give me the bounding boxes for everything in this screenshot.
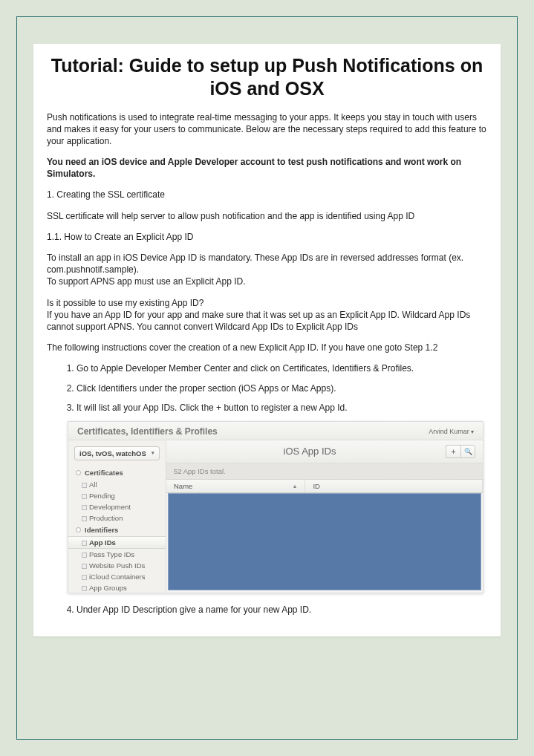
ss-main: iOS App IDs + 🔍 52 App IDs total. Name ▲…	[166, 440, 483, 592]
intro-paragraph: Push notifications is used to integrate …	[47, 111, 487, 148]
platform-dropdown[interactable]: iOS, tvOS, watchOS ▾	[74, 446, 160, 460]
ss-header: Certificates, Identifiers & Profiles Arv…	[68, 422, 483, 440]
sidebar-item-pending[interactable]: Pending	[68, 490, 166, 501]
page-frame: Tutorial: Guide to setup up Push Notific…	[16, 16, 518, 740]
sidebar-item-all[interactable]: All	[68, 479, 166, 490]
existing-appid-paragraph: Is it possible to use my existing App ID…	[47, 297, 487, 333]
app-id-count: 52 App IDs total.	[166, 463, 483, 480]
platform-dropdown-label: iOS, tvOS, watchOS	[79, 449, 146, 457]
step-4: Under App ID Description give a name for…	[76, 604, 487, 616]
column-id[interactable]: ID	[305, 480, 483, 492]
step-2: Click Identifiers under the proper secti…	[76, 382, 487, 394]
step-1: Go to Apple Developer Member Center and …	[76, 362, 487, 374]
sidebar-item-production[interactable]: Production	[68, 512, 166, 524]
table-header: Name ▲ ID	[166, 480, 483, 493]
section-1-1-heading: 1.1. How to Create an Explicit App ID	[47, 231, 487, 243]
ss-main-title: iOS App IDs	[174, 446, 446, 457]
sidebar-item-pass-type-ids[interactable]: Pass Type IDs	[68, 549, 166, 560]
sidebar-item-app-ids[interactable]: App IDs	[68, 536, 166, 549]
section-1-desc: SSL certificate will help server to allo…	[47, 210, 487, 222]
steps-list-continued: Under App ID Description give a name for…	[47, 604, 487, 616]
chevron-down-icon: ▾	[152, 450, 154, 456]
sidebar-item-icloud-containers[interactable]: iCloud Containers	[68, 571, 166, 582]
identifiers-label: Identifiers	[85, 526, 118, 534]
step-3: It will list all your App IDs. Click the…	[76, 402, 487, 414]
search-icon: 🔍	[464, 448, 472, 455]
plus-icon: +	[451, 447, 455, 456]
ss-header-title: Certificates, Identifiers & Profiles	[77, 426, 218, 437]
column-name[interactable]: Name ▲	[166, 480, 305, 492]
sidebar-section-certificates[interactable]: Certificates	[68, 466, 166, 479]
requirement-note: You need an iOS device and Apple Develop…	[47, 156, 487, 180]
ss-main-header: iOS App IDs + 🔍	[166, 440, 483, 463]
sidebar-section-identifiers[interactable]: Identifiers	[68, 524, 166, 536]
ss-sidebar: iOS, tvOS, watchOS ▾ Certificates All Pe…	[68, 440, 166, 592]
install-paragraph: To install an app in iOS Device App ID i…	[47, 252, 487, 288]
sidebar-item-development[interactable]: Development	[68, 501, 166, 512]
column-name-label: Name	[174, 482, 192, 490]
disc-icon	[76, 470, 81, 475]
apple-dev-screenshot: Certificates, Identifiers & Profiles Arv…	[68, 421, 483, 593]
app-id-list-area[interactable]	[168, 493, 481, 590]
install-line-2: To support APNS app must use an Explicit…	[47, 276, 245, 287]
document-card: Tutorial: Guide to setup up Push Notific…	[33, 44, 501, 636]
disc-icon	[76, 527, 81, 532]
section-1-heading: 1. Creating the SSL certificate	[47, 189, 487, 201]
sidebar-item-website-push-ids[interactable]: Website Push IDs	[68, 560, 166, 571]
existing-q1: Is it possible to use my existing App ID…	[47, 298, 203, 308]
ss-body: iOS, tvOS, watchOS ▾ Certificates All Pe…	[68, 440, 483, 592]
search-button[interactable]: 🔍	[460, 445, 475, 458]
install-line-1: To install an app in iOS Device App ID i…	[47, 252, 463, 275]
requirement-text: You need an iOS device and Apple Develop…	[47, 157, 461, 179]
following-instructions: The following instructions cover the cre…	[47, 342, 487, 353]
steps-list: Go to Apple Developer Member Center and …	[47, 362, 487, 414]
certificates-label: Certificates	[85, 469, 123, 477]
ss-toolbar: + 🔍	[446, 445, 475, 458]
sort-icon: ▲	[293, 483, 298, 489]
ss-user-menu[interactable]: Arvind Kumar	[429, 428, 474, 435]
page-title: Tutorial: Guide to setup up Push Notific…	[47, 54, 487, 101]
add-button[interactable]: +	[446, 445, 460, 458]
existing-q2: If you have an App ID for your app and m…	[47, 310, 470, 332]
sidebar-item-app-groups[interactable]: App Groups	[68, 582, 166, 593]
